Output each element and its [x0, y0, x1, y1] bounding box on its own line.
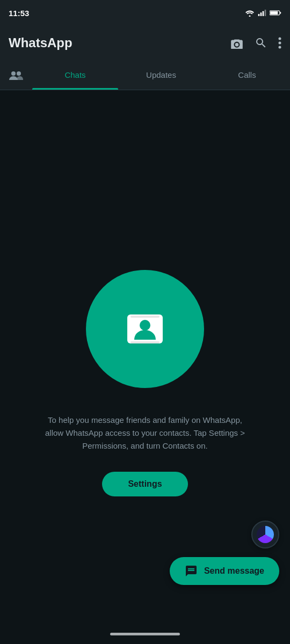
svg-point-11: [279, 46, 281, 49]
svg-rect-2: [260, 12, 262, 16]
send-message-label: Send message: [204, 566, 264, 576]
status-time: 11:53: [9, 9, 29, 18]
ai-fab-icon: [257, 526, 274, 543]
signal-icon: [258, 9, 266, 17]
fab-area: Send message: [170, 521, 279, 585]
tab-updates[interactable]: Updates: [118, 60, 204, 90]
header-actions: [230, 36, 281, 49]
status-bar: 11:53: [0, 0, 290, 26]
svg-rect-1: [258, 14, 260, 16]
main-content: To help you message friends and family o…: [0, 90, 290, 644]
battery-icon: [270, 9, 281, 17]
svg-point-12: [11, 71, 16, 76]
svg-point-9: [279, 38, 281, 40]
tab-community[interactable]: [0, 60, 32, 90]
svg-rect-4: [265, 10, 266, 16]
home-indicator: [110, 633, 180, 635]
svg-point-10: [279, 42, 281, 45]
empty-state-description: To help you message friends and family o…: [38, 414, 252, 452]
svg-rect-7: [270, 11, 278, 14]
svg-point-0: [249, 16, 251, 17]
svg-rect-3: [263, 11, 264, 16]
tab-bar: Chats Updates Calls: [0, 60, 290, 90]
tab-chats[interactable]: Chats: [32, 60, 118, 90]
app-title: WhatsApp: [9, 35, 73, 50]
svg-rect-17: [130, 341, 160, 343]
svg-rect-6: [280, 12, 281, 13]
contact-card-icon: [121, 305, 169, 353]
send-message-fab[interactable]: Send message: [170, 557, 279, 585]
chat-icon: [185, 565, 198, 577]
svg-rect-16: [130, 316, 160, 318]
svg-point-13: [17, 71, 21, 76]
tab-calls[interactable]: Calls: [204, 60, 290, 90]
contacts-illustration: [86, 270, 204, 388]
settings-button[interactable]: Settings: [102, 472, 187, 496]
status-icons: [245, 9, 281, 17]
app-header: WhatsApp: [0, 26, 290, 60]
more-options-icon[interactable]: [278, 36, 281, 49]
svg-point-8: [235, 43, 239, 47]
camera-icon[interactable]: [230, 37, 244, 49]
search-icon[interactable]: [255, 36, 267, 49]
svg-point-15: [140, 320, 150, 331]
wifi-icon: [245, 9, 255, 17]
ai-fab-button[interactable]: [251, 521, 279, 548]
